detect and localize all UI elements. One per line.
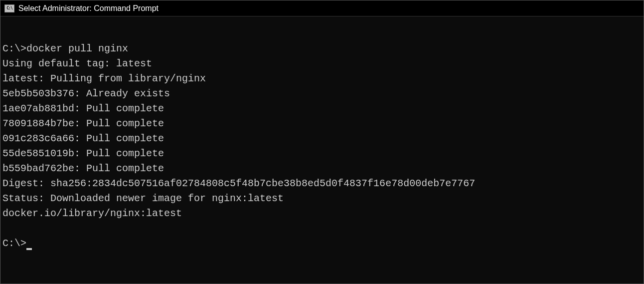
prompt: C:\> (2, 238, 26, 249)
output-line: b559bad762be: Pull complete (2, 161, 642, 176)
terminal-output[interactable]: C:\>docker pull nginxUsing default tag: … (0, 16, 644, 268)
window-title: Select Administrator: Command Prompt (18, 4, 159, 13)
cursor (26, 248, 32, 250)
output-line: Status: Downloaded newer image for nginx… (2, 191, 642, 206)
cmd-icon: C:\ (4, 4, 14, 12)
output-line: latest: Pulling from library/nginx (2, 71, 642, 86)
output-line: 78091884b7be: Pull complete (2, 116, 642, 131)
output-line: docker.io/library/nginx:latest (2, 206, 642, 221)
output-line: 1ae07ab881bd: Pull complete (2, 101, 642, 116)
output-line: Digest: sha256:2834dc507516af02784808c5f… (2, 176, 642, 191)
output-line: 091c283c6a66: Pull complete (2, 131, 642, 146)
output-line: 5eb5b503b376: Already exists (2, 86, 642, 101)
command-text: docker pull nginx (26, 43, 128, 54)
prompt: C:\> (2, 43, 26, 54)
output-line: 55de5851019b: Pull complete (2, 146, 642, 161)
output-line: Using default tag: latest (2, 56, 642, 71)
command-line: C:\>docker pull nginx (2, 41, 642, 56)
prompt-line: C:\> (2, 236, 642, 251)
window-titlebar[interactable]: C:\ Select Administrator: Command Prompt (0, 0, 644, 16)
